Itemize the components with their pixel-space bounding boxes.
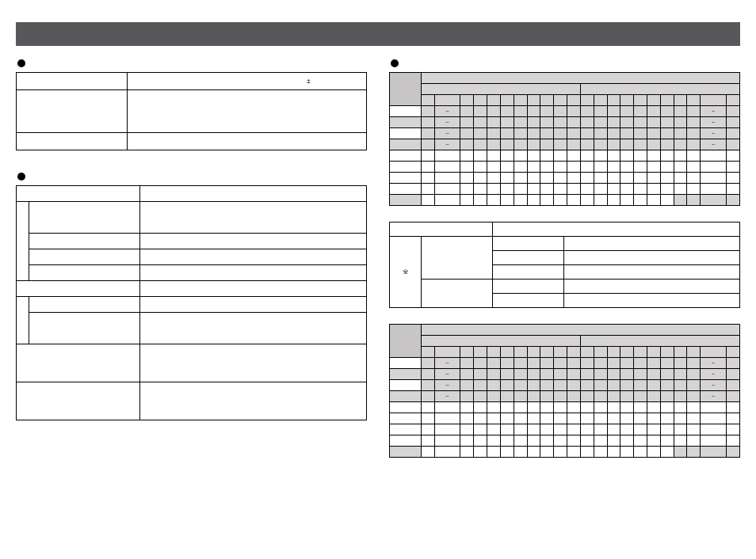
grid-cell [500, 127, 514, 139]
grid-cell [580, 424, 594, 435]
right-column: ~~~~~~~~ ※ [389, 54, 740, 473]
grid-header-left [422, 335, 581, 346]
grid-cell [674, 127, 687, 139]
grid-subhead [500, 346, 514, 357]
grid-cell [527, 105, 540, 116]
grid-cell [726, 161, 739, 172]
t2-sub-a [422, 236, 493, 279]
grid-cell [726, 379, 739, 390]
grid-cell [514, 401, 527, 413]
grid-cell [634, 413, 647, 424]
t2-r4-a [493, 293, 564, 307]
grid-cell: ~ [701, 390, 727, 401]
grid-cell [634, 105, 647, 116]
t2-r2-a [493, 264, 564, 279]
s2-tail-r1-v [140, 382, 367, 420]
grid-cell [422, 446, 435, 457]
grid-cell [726, 105, 739, 116]
grid-cell [726, 172, 739, 183]
grid-cell [660, 172, 674, 183]
s2-groupB-title [17, 281, 140, 297]
grid-subhead [594, 346, 607, 357]
grid-cell [540, 172, 554, 183]
grid-cell [594, 172, 607, 183]
s2-tail-r0-v [140, 344, 367, 382]
grid-cell [554, 401, 567, 413]
grid-subhead [422, 94, 435, 105]
grid-cell [607, 390, 620, 401]
s2-tail-r0-l [17, 344, 140, 382]
grid-cell [474, 446, 487, 457]
grid-cell [647, 139, 661, 150]
grid-cell [487, 116, 501, 127]
s1-r1-value [128, 89, 367, 132]
grid-cell [474, 435, 487, 446]
grid-cell [620, 390, 634, 401]
grid-cell [500, 357, 514, 368]
grid-cell [620, 150, 634, 161]
grid-row-label [390, 105, 422, 116]
grid-subhead [500, 94, 514, 105]
grid-cell [634, 446, 647, 457]
grid-cell [701, 401, 727, 413]
grid-cell [701, 413, 727, 424]
s2-groupA-title [17, 186, 140, 202]
grid-cell [422, 116, 435, 127]
grid-cell [701, 150, 727, 161]
grid-cell [474, 127, 487, 139]
grid-cell [687, 368, 701, 379]
grid-cell [567, 116, 581, 127]
grid-subhead [620, 346, 634, 357]
grid-row-label [390, 357, 422, 368]
grid-cell [620, 194, 634, 205]
grid-cell [527, 172, 540, 183]
grid-cell [474, 194, 487, 205]
grid-subhead [567, 346, 581, 357]
grid-cell [607, 413, 620, 424]
grid-cell [540, 446, 554, 457]
grid-subhead [580, 94, 594, 105]
grid-cell [620, 183, 634, 194]
s2-a-r2-v [140, 249, 367, 265]
s2-a-r0-v [140, 202, 367, 234]
grid-cell [580, 368, 594, 379]
grid-cell [527, 446, 540, 457]
grid-cell [460, 401, 474, 413]
grid-cell [460, 150, 474, 161]
grid-row-label [390, 413, 422, 424]
grid-cell [660, 357, 674, 368]
grid-cell [540, 139, 554, 150]
grid-row-label [390, 435, 422, 446]
grid-cell [634, 127, 647, 139]
grid-cell [634, 390, 647, 401]
grid-cell [460, 435, 474, 446]
grid-cell: ~ [701, 379, 727, 390]
grid-cell [487, 183, 501, 194]
grid-cell [620, 161, 634, 172]
grid-cell [580, 150, 594, 161]
t2-r3-a [493, 279, 564, 293]
grid-subhead [460, 94, 474, 105]
t2-h1 [390, 222, 493, 236]
grid-cell [474, 183, 487, 194]
grid-cell [634, 379, 647, 390]
grid-cell [580, 390, 594, 401]
grid-subhead [620, 94, 634, 105]
grid-cell [607, 194, 620, 205]
grid-cell [660, 413, 674, 424]
s2-tail-r1-l [17, 382, 140, 420]
grid-cell [726, 424, 739, 435]
s1-r2-label [17, 132, 128, 150]
grid-cell [647, 105, 661, 116]
grid-cell [460, 172, 474, 183]
grid-subhead [540, 346, 554, 357]
section2-heading [17, 173, 367, 181]
grid-cell: ~ [434, 357, 460, 368]
grid-cell [647, 435, 661, 446]
grid-cell [567, 413, 581, 424]
grid-cell [726, 183, 739, 194]
grid-cell [594, 424, 607, 435]
grid-cell [474, 139, 487, 150]
grid-cell [500, 435, 514, 446]
grid-cell [687, 161, 701, 172]
